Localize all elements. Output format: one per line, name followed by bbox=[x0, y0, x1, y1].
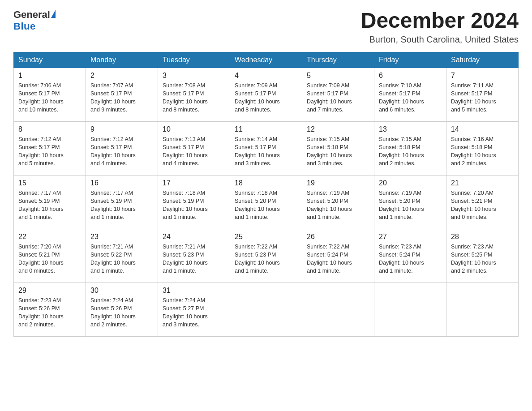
table-row: 27Sunrise: 7:23 AMSunset: 5:24 PMDayligh… bbox=[374, 229, 446, 283]
day-number: 3 bbox=[163, 72, 225, 80]
day-info: Sunrise: 7:23 AMSunset: 5:26 PMDaylight:… bbox=[18, 296, 81, 329]
table-row: 14Sunrise: 7:16 AMSunset: 5:18 PMDayligh… bbox=[446, 121, 519, 175]
table-row bbox=[446, 283, 519, 336]
table-row: 5Sunrise: 7:09 AMSunset: 5:17 PMDaylight… bbox=[302, 68, 374, 121]
day-info: Sunrise: 7:09 AMSunset: 5:17 PMDaylight:… bbox=[235, 81, 297, 114]
table-row: 10Sunrise: 7:13 AMSunset: 5:17 PMDayligh… bbox=[158, 121, 230, 175]
day-info: Sunrise: 7:20 AMSunset: 5:21 PMDaylight:… bbox=[18, 243, 81, 275]
day-number: 9 bbox=[90, 125, 153, 133]
day-info: Sunrise: 7:22 AMSunset: 5:24 PMDaylight:… bbox=[307, 243, 369, 275]
day-info: Sunrise: 7:17 AMSunset: 5:19 PMDaylight:… bbox=[90, 189, 153, 222]
day-number: 30 bbox=[90, 287, 153, 295]
logo-general-text: General bbox=[13, 9, 50, 21]
table-row: 9Sunrise: 7:12 AMSunset: 5:17 PMDaylight… bbox=[86, 121, 158, 175]
day-number: 1 bbox=[18, 72, 81, 80]
day-number: 10 bbox=[163, 125, 225, 133]
day-info: Sunrise: 7:10 AMSunset: 5:17 PMDaylight:… bbox=[379, 81, 442, 114]
day-info: Sunrise: 7:18 AMSunset: 5:20 PMDaylight:… bbox=[235, 189, 297, 222]
table-row: 28Sunrise: 7:23 AMSunset: 5:25 PMDayligh… bbox=[446, 229, 519, 283]
table-row: 11Sunrise: 7:14 AMSunset: 5:17 PMDayligh… bbox=[230, 121, 302, 175]
table-row bbox=[230, 283, 302, 336]
table-row: 17Sunrise: 7:18 AMSunset: 5:19 PMDayligh… bbox=[158, 175, 230, 229]
table-row: 8Sunrise: 7:12 AMSunset: 5:17 PMDaylight… bbox=[14, 121, 86, 175]
day-number: 4 bbox=[235, 72, 297, 80]
day-info: Sunrise: 7:23 AMSunset: 5:24 PMDaylight:… bbox=[379, 243, 442, 275]
header-tuesday: Tuesday bbox=[158, 52, 230, 68]
table-row: 15Sunrise: 7:17 AMSunset: 5:19 PMDayligh… bbox=[14, 175, 86, 229]
day-number: 21 bbox=[451, 179, 514, 187]
header-friday: Friday bbox=[374, 52, 446, 68]
day-number: 16 bbox=[90, 179, 153, 187]
table-row: 3Sunrise: 7:08 AMSunset: 5:17 PMDaylight… bbox=[158, 68, 230, 121]
table-row: 30Sunrise: 7:24 AMSunset: 5:26 PMDayligh… bbox=[86, 283, 158, 336]
table-row: 23Sunrise: 7:21 AMSunset: 5:22 PMDayligh… bbox=[86, 229, 158, 283]
day-info: Sunrise: 7:23 AMSunset: 5:25 PMDaylight:… bbox=[451, 243, 514, 275]
calendar-week-row: 29Sunrise: 7:23 AMSunset: 5:26 PMDayligh… bbox=[14, 283, 519, 336]
table-row bbox=[302, 283, 374, 336]
table-row: 13Sunrise: 7:15 AMSunset: 5:18 PMDayligh… bbox=[374, 121, 446, 175]
table-row: 31Sunrise: 7:24 AMSunset: 5:27 PMDayligh… bbox=[158, 283, 230, 336]
day-number: 28 bbox=[451, 233, 514, 241]
header-thursday: Thursday bbox=[302, 52, 374, 68]
calendar-header-row: Sunday Monday Tuesday Wednesday Thursday… bbox=[14, 52, 519, 68]
day-info: Sunrise: 7:06 AMSunset: 5:17 PMDaylight:… bbox=[18, 81, 81, 114]
day-number: 18 bbox=[235, 179, 297, 187]
day-number: 27 bbox=[379, 233, 442, 241]
day-number: 31 bbox=[163, 287, 225, 295]
day-number: 24 bbox=[163, 233, 225, 241]
day-number: 29 bbox=[18, 287, 81, 295]
table-row: 16Sunrise: 7:17 AMSunset: 5:19 PMDayligh… bbox=[86, 175, 158, 229]
day-info: Sunrise: 7:19 AMSunset: 5:20 PMDaylight:… bbox=[379, 189, 442, 222]
table-row: 7Sunrise: 7:11 AMSunset: 5:17 PMDaylight… bbox=[446, 68, 519, 121]
table-row: 20Sunrise: 7:19 AMSunset: 5:20 PMDayligh… bbox=[374, 175, 446, 229]
table-row: 29Sunrise: 7:23 AMSunset: 5:26 PMDayligh… bbox=[14, 283, 86, 336]
day-info: Sunrise: 7:15 AMSunset: 5:18 PMDaylight:… bbox=[307, 135, 369, 168]
day-info: Sunrise: 7:24 AMSunset: 5:27 PMDaylight:… bbox=[163, 296, 225, 329]
table-row: 26Sunrise: 7:22 AMSunset: 5:24 PMDayligh… bbox=[302, 229, 374, 283]
table-row: 19Sunrise: 7:19 AMSunset: 5:20 PMDayligh… bbox=[302, 175, 374, 229]
table-row: 21Sunrise: 7:20 AMSunset: 5:21 PMDayligh… bbox=[446, 175, 519, 229]
day-info: Sunrise: 7:16 AMSunset: 5:18 PMDaylight:… bbox=[451, 135, 514, 168]
header-wednesday: Wednesday bbox=[230, 52, 302, 68]
day-info: Sunrise: 7:21 AMSunset: 5:22 PMDaylight:… bbox=[90, 243, 153, 275]
location-subtitle: Burton, South Carolina, United States bbox=[361, 34, 519, 45]
day-info: Sunrise: 7:17 AMSunset: 5:19 PMDaylight:… bbox=[18, 189, 81, 222]
day-info: Sunrise: 7:09 AMSunset: 5:17 PMDaylight:… bbox=[307, 81, 369, 114]
day-number: 8 bbox=[18, 125, 81, 133]
calendar-week-row: 8Sunrise: 7:12 AMSunset: 5:17 PMDaylight… bbox=[14, 121, 519, 175]
day-number: 6 bbox=[379, 72, 442, 80]
table-row: 12Sunrise: 7:15 AMSunset: 5:18 PMDayligh… bbox=[302, 121, 374, 175]
day-number: 14 bbox=[451, 125, 514, 133]
day-number: 23 bbox=[90, 233, 153, 241]
table-row: 24Sunrise: 7:21 AMSunset: 5:23 PMDayligh… bbox=[158, 229, 230, 283]
day-info: Sunrise: 7:07 AMSunset: 5:17 PMDaylight:… bbox=[90, 81, 153, 114]
header-saturday: Saturday bbox=[446, 52, 519, 68]
day-info: Sunrise: 7:22 AMSunset: 5:23 PMDaylight:… bbox=[235, 243, 297, 275]
day-number: 13 bbox=[379, 125, 442, 133]
logo-triangle-icon bbox=[51, 10, 56, 18]
calendar-table: Sunday Monday Tuesday Wednesday Thursday… bbox=[13, 52, 519, 337]
page-header: General Blue December 2024 Burton, South… bbox=[13, 9, 519, 45]
day-info: Sunrise: 7:21 AMSunset: 5:23 PMDaylight:… bbox=[163, 243, 225, 275]
table-row bbox=[374, 283, 446, 336]
day-info: Sunrise: 7:13 AMSunset: 5:17 PMDaylight:… bbox=[163, 135, 225, 168]
month-year-title: December 2024 bbox=[361, 9, 519, 33]
day-number: 22 bbox=[18, 233, 81, 241]
title-area: December 2024 Burton, South Carolina, Un… bbox=[361, 9, 519, 45]
day-info: Sunrise: 7:19 AMSunset: 5:20 PMDaylight:… bbox=[307, 189, 369, 222]
day-number: 11 bbox=[235, 125, 297, 133]
calendar-week-row: 22Sunrise: 7:20 AMSunset: 5:21 PMDayligh… bbox=[14, 229, 519, 283]
day-info: Sunrise: 7:08 AMSunset: 5:17 PMDaylight:… bbox=[163, 81, 225, 114]
day-info: Sunrise: 7:11 AMSunset: 5:17 PMDaylight:… bbox=[451, 81, 514, 114]
day-info: Sunrise: 7:12 AMSunset: 5:17 PMDaylight:… bbox=[18, 135, 81, 168]
table-row: 22Sunrise: 7:20 AMSunset: 5:21 PMDayligh… bbox=[14, 229, 86, 283]
calendar-week-row: 1Sunrise: 7:06 AMSunset: 5:17 PMDaylight… bbox=[14, 68, 519, 121]
header-sunday: Sunday bbox=[14, 52, 86, 68]
day-number: 26 bbox=[307, 233, 369, 241]
day-number: 12 bbox=[307, 125, 369, 133]
day-info: Sunrise: 7:14 AMSunset: 5:17 PMDaylight:… bbox=[235, 135, 297, 168]
header-monday: Monday bbox=[86, 52, 158, 68]
logo: General Blue bbox=[13, 9, 56, 32]
day-number: 7 bbox=[451, 72, 514, 80]
day-info: Sunrise: 7:15 AMSunset: 5:18 PMDaylight:… bbox=[379, 135, 442, 168]
